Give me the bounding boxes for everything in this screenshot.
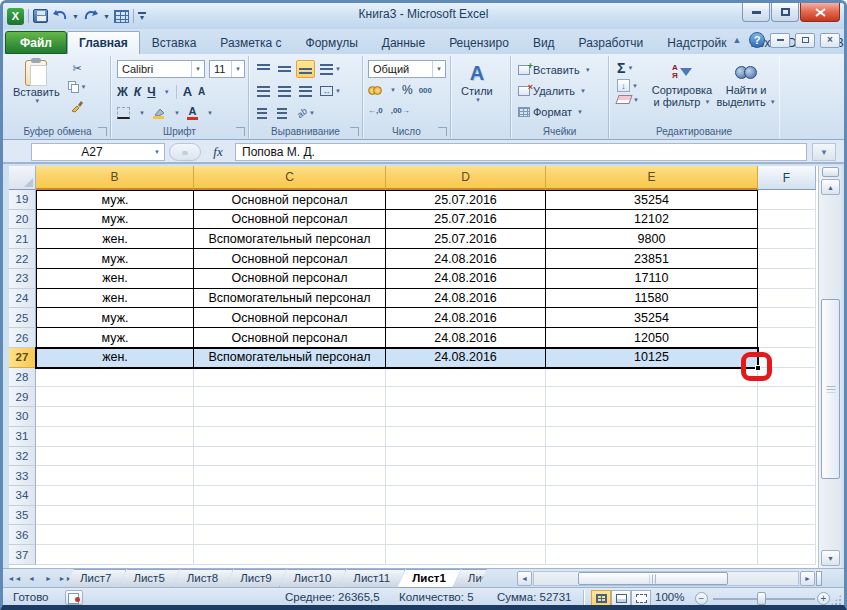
row-header-31[interactable]: 31 xyxy=(9,427,36,447)
row-header-27[interactable]: 27 xyxy=(9,348,36,368)
zoom-in-button[interactable]: + xyxy=(817,592,830,605)
column-header-B[interactable]: B xyxy=(36,166,194,190)
row-header-25[interactable]: 25 xyxy=(9,308,36,328)
cell[interactable] xyxy=(758,447,816,467)
font-name-combo[interactable]: Calibri▼ xyxy=(117,60,205,78)
cell[interactable]: жен. xyxy=(36,229,194,249)
macro-record-icon[interactable] xyxy=(65,590,83,605)
cell[interactable]: Основной персонал xyxy=(194,210,386,230)
row-header-29[interactable]: 29 xyxy=(9,387,36,407)
row-header-28[interactable]: 28 xyxy=(9,368,36,388)
next-sheet-button[interactable]: ► xyxy=(41,571,56,585)
grow-font-button[interactable]: А xyxy=(183,84,192,99)
cell[interactable]: 24.08.2016 xyxy=(386,328,546,348)
cell[interactable] xyxy=(758,506,816,526)
workbook-restore-button[interactable] xyxy=(795,33,815,48)
cell[interactable] xyxy=(386,427,546,447)
workbook-close-button[interactable]: × xyxy=(820,33,840,48)
decrease-indent-button[interactable] xyxy=(254,104,270,122)
orientation-button[interactable]: ab▼ xyxy=(294,104,318,122)
cell[interactable] xyxy=(758,407,816,427)
horizontal-scroll-track[interactable] xyxy=(533,571,799,586)
row-header-37[interactable]: 37 xyxy=(9,545,36,565)
first-sheet-button[interactable]: ◄◄ xyxy=(7,571,22,585)
cell[interactable] xyxy=(546,407,758,427)
autosum-button[interactable]: Σ▼ xyxy=(617,60,639,76)
cell[interactable] xyxy=(36,525,194,545)
tab-split-handle[interactable] xyxy=(816,571,822,586)
cell[interactable] xyxy=(194,545,386,565)
cell[interactable]: Вспомогательный персонал xyxy=(194,348,386,368)
row-header-32[interactable]: 32 xyxy=(9,447,36,467)
cell[interactable] xyxy=(758,269,816,289)
restore-button[interactable] xyxy=(771,3,799,22)
ribbon-tab-Вставка[interactable]: Вставка xyxy=(140,31,209,54)
page-layout-view-button[interactable] xyxy=(611,590,631,607)
cell[interactable] xyxy=(194,466,386,486)
row-header-21[interactable]: 21 xyxy=(9,229,36,249)
align-middle-button[interactable] xyxy=(275,60,294,78)
cell[interactable] xyxy=(758,368,816,388)
horizontal-scrollbar[interactable]: ◄ ► xyxy=(517,570,829,587)
row-header-36[interactable]: 36 xyxy=(9,525,36,545)
column-header-F[interactable]: F xyxy=(758,166,816,190)
wrap-text-button[interactable]: ▼ xyxy=(317,60,344,78)
row-header-35[interactable]: 35 xyxy=(9,506,36,526)
cell[interactable] xyxy=(386,407,546,427)
cell[interactable] xyxy=(758,190,816,210)
percent-format-button[interactable]: % xyxy=(402,83,413,97)
ribbon-tab-Формулы[interactable]: Формулы xyxy=(294,31,370,54)
cell[interactable]: 11580 xyxy=(546,289,758,309)
cell[interactable]: 24.08.2016 xyxy=(386,269,546,289)
copy-button[interactable]: ▼ xyxy=(67,78,87,96)
cell[interactable]: муж. xyxy=(36,249,194,269)
ribbon-tab-Рецензиро[interactable]: Рецензиро xyxy=(437,31,521,54)
collapse-ribbon-icon[interactable]: ▲ xyxy=(730,33,744,47)
zoom-out-button[interactable]: − xyxy=(695,592,708,605)
paste-button[interactable]: Вставить ▼ xyxy=(13,60,60,104)
cell[interactable] xyxy=(386,545,546,565)
horizontal-scroll-thumb[interactable] xyxy=(578,572,728,585)
row-header-34[interactable]: 34 xyxy=(9,486,36,506)
dialog-launcher-icon[interactable] xyxy=(350,127,359,136)
dialog-launcher-icon[interactable] xyxy=(236,127,245,136)
cell[interactable] xyxy=(546,486,758,506)
italic-button[interactable]: К xyxy=(134,85,141,99)
cell[interactable] xyxy=(546,447,758,467)
cell[interactable]: 24.08.2016 xyxy=(386,249,546,269)
cell[interactable] xyxy=(386,368,546,388)
cell[interactable] xyxy=(546,466,758,486)
cell[interactable]: 25.07.2016 xyxy=(386,190,546,210)
vertical-scroll-thumb[interactable] xyxy=(821,299,840,479)
cell[interactable]: 12050 xyxy=(546,328,758,348)
close-button[interactable] xyxy=(800,3,840,22)
comma-format-button[interactable]: 000 xyxy=(419,86,432,95)
cell[interactable]: муж. xyxy=(36,190,194,210)
cell[interactable] xyxy=(36,545,194,565)
row-header-26[interactable]: 26 xyxy=(9,328,36,348)
sort-filter-button[interactable]: АЯ Сортировка и фильтр▼ xyxy=(649,60,715,108)
cell[interactable] xyxy=(758,466,816,486)
row-header-19[interactable]: 19 xyxy=(9,190,36,210)
cell[interactable] xyxy=(758,486,816,506)
fill-button[interactable]: ↓▼ xyxy=(617,79,639,92)
find-select-button[interactable]: Найти и выделить▼ xyxy=(717,60,775,108)
row-header-33[interactable]: 33 xyxy=(9,466,36,486)
cell[interactable] xyxy=(758,249,816,269)
formula-bar-splitter[interactable] xyxy=(169,143,201,161)
dialog-launcher-icon[interactable] xyxy=(98,127,107,136)
cell[interactable] xyxy=(758,210,816,230)
cell[interactable] xyxy=(546,387,758,407)
cell[interactable]: 10125 xyxy=(546,348,758,368)
cell[interactable] xyxy=(36,466,194,486)
column-header-E[interactable]: E xyxy=(546,166,758,190)
cell[interactable] xyxy=(36,368,194,388)
ribbon-tab-Вид[interactable]: Вид xyxy=(521,31,567,54)
scroll-right-button[interactable]: ► xyxy=(800,571,815,586)
sheet-tab-Лист10[interactable]: Лист10 xyxy=(279,569,347,588)
cell[interactable]: Основной персонал xyxy=(194,190,386,210)
font-size-combo[interactable]: 11▼ xyxy=(209,60,245,78)
cell[interactable] xyxy=(546,368,758,388)
zoom-level[interactable]: 100% xyxy=(655,591,684,603)
dialog-launcher-icon[interactable] xyxy=(438,127,447,136)
